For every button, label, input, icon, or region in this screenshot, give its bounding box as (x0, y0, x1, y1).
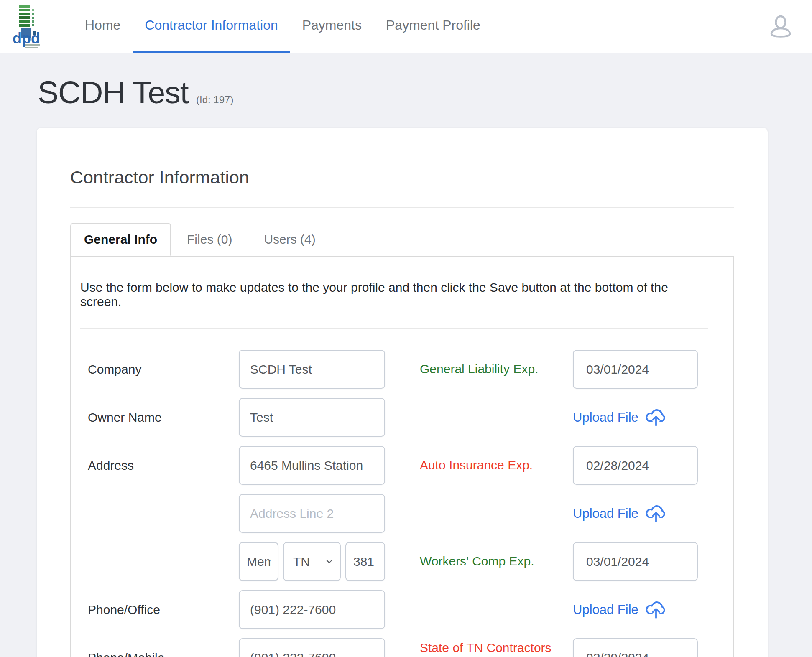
company-input[interactable] (239, 350, 385, 389)
chevron-down-icon (326, 559, 333, 564)
dpd-logo[interactable]: dpd (13, 3, 43, 53)
nav-item-contractor-information[interactable]: Contractor Information (133, 0, 290, 53)
phone-office-label: Phone/Office (88, 590, 239, 629)
upload-file-label: Upload File (573, 602, 638, 617)
upload-file-label: Upload File (573, 410, 638, 425)
owner-name-input[interactable] (239, 398, 385, 437)
page-title: SCDH Test (38, 74, 189, 110)
owner-name-label: Owner Name (88, 398, 239, 437)
address-line2-input[interactable] (239, 494, 385, 533)
general-liability-exp-label: General Liability Exp. (420, 350, 573, 389)
phone-mobile-label: Phone/Mobile (88, 638, 239, 657)
auto-insurance-exp-date-input[interactable] (573, 446, 698, 485)
tab-general-info[interactable]: General Info (70, 223, 171, 256)
address-line1-input[interactable] (239, 446, 385, 485)
auto-insurance-exp-label: Auto Insurance Exp. (420, 446, 573, 485)
general-liability-exp-date-input[interactable] (573, 350, 698, 389)
top-navbar: dpd Home Contractor Information Payments… (0, 0, 812, 53)
workers-comp-exp-label: Workers' Comp Exp. (420, 542, 573, 581)
contractor-information-card: Contractor Information General Info File… (37, 128, 768, 657)
cloud-upload-icon (646, 408, 666, 427)
state-select[interactable]: TN (283, 542, 341, 581)
auto-insurance-upload-link[interactable]: Upload File (573, 494, 698, 533)
user-icon (769, 15, 793, 38)
city-input[interactable] (239, 542, 278, 581)
tab-users[interactable]: Users (4) (248, 223, 331, 256)
card-tabs: General Info Files (0) Users (4) (70, 223, 734, 256)
zip-input[interactable] (345, 542, 385, 581)
cloud-upload-icon (646, 600, 666, 619)
dpd-logo-icon: dpd (13, 3, 43, 49)
nav-item-payment-profile[interactable]: Payment Profile (374, 0, 493, 53)
tab-files[interactable]: Files (0) (171, 223, 248, 256)
upload-file-label: Upload File (573, 506, 638, 521)
general-liability-upload-link[interactable]: Upload File (573, 398, 698, 437)
form-instructions: Use the form below to make updates to th… (80, 280, 708, 309)
address-label: Address (88, 446, 239, 485)
card-heading: Contractor Information (70, 167, 734, 188)
nav-item-home[interactable]: Home (73, 0, 133, 53)
contractor-id-note: (Id: 197) (196, 94, 233, 105)
svg-text:dpd: dpd (13, 30, 40, 47)
city-state-zip-row: TN (239, 542, 385, 581)
workers-comp-exp-date-input[interactable] (573, 542, 698, 581)
workers-comp-upload-link[interactable]: Upload File (573, 590, 698, 629)
main-nav: Home Contractor Information Payments Pay… (73, 0, 493, 53)
state-select-value: TN (293, 555, 310, 569)
contractor-form: Company General Liability Exp. Owner Nam… (88, 350, 708, 657)
phone-mobile-input[interactable] (239, 638, 385, 657)
tn-contractors-license-label: State of TN Contractors License (420, 638, 573, 657)
general-info-panel: Use the form below to make updates to th… (70, 256, 734, 657)
instructions-divider (80, 328, 708, 329)
tn-contractors-license-date-input[interactable] (573, 638, 698, 657)
phone-office-input[interactable] (239, 590, 385, 629)
company-label: Company (88, 350, 239, 389)
heading-divider (70, 207, 734, 208)
cloud-upload-icon (646, 504, 666, 523)
nav-item-payments[interactable]: Payments (290, 0, 374, 53)
user-account-button[interactable] (769, 0, 793, 53)
